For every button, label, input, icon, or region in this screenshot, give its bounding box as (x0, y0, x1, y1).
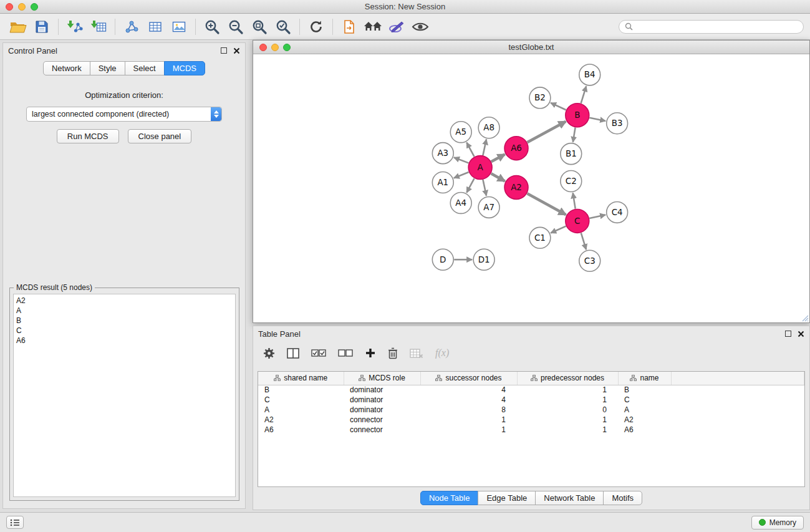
table-row[interactable]: Bdominator41B (258, 385, 804, 395)
zoom-window-icon[interactable] (31, 3, 38, 11)
network-node-B2[interactable]: B2 (529, 87, 551, 109)
tab-network-table[interactable]: Network Table (535, 491, 604, 505)
table-cell[interactable]: C (618, 395, 671, 405)
table-cell[interactable]: 1 (517, 395, 618, 405)
tab-network[interactable]: Network (43, 61, 90, 75)
open-session-button[interactable] (6, 16, 30, 37)
network-canvas-area[interactable]: B4B2BB3A5A8A6A3AB1A1A2C2A4A7C4C1CC3DD1 (253, 55, 809, 322)
table-cell[interactable]: A2 (258, 415, 344, 425)
network-node-A1[interactable]: A1 (432, 172, 453, 193)
home-button[interactable] (361, 16, 385, 37)
close-table-panel-icon[interactable] (798, 331, 804, 337)
import-table-button[interactable] (87, 16, 110, 37)
table-row[interactable]: Adominator80A (258, 405, 804, 415)
select-all-columns-button[interactable] (311, 349, 326, 357)
memory-button[interactable]: Memory (751, 516, 804, 530)
table-cell[interactable]: 8 (420, 405, 517, 415)
table-row[interactable]: Cdominator41C (258, 395, 804, 405)
table-cell[interactable]: 1 (420, 425, 517, 435)
network-node-A[interactable]: A (468, 156, 492, 180)
table-cell[interactable]: 0 (517, 405, 618, 415)
network-node-B3[interactable]: B3 (607, 113, 628, 134)
network-edge-A-A4[interactable] (466, 178, 474, 193)
network-node-A5[interactable]: A5 (450, 122, 471, 143)
annotation-button[interactable] (385, 16, 408, 37)
tab-edge-table[interactable]: Edge Table (478, 491, 536, 505)
table-cell[interactable]: A6 (618, 425, 671, 435)
network-node-A2[interactable]: A2 (504, 176, 528, 200)
network-node-D1[interactable]: D1 (473, 249, 494, 270)
network-window-titlebar[interactable]: testGlobe.txt (253, 41, 809, 54)
zoom-fit-button[interactable] (248, 16, 271, 37)
network-edge-A-A3[interactable] (454, 157, 469, 163)
network-node-C3[interactable]: C3 (579, 250, 600, 271)
network-edge-C-C2[interactable] (573, 193, 576, 208)
mcds-result-item[interactable]: A6 (16, 336, 233, 346)
network-edge-B-B3[interactable] (589, 118, 605, 121)
table-cell[interactable]: B (618, 385, 671, 395)
run-mcds-button[interactable]: Run MCDS (57, 129, 119, 143)
add-row-button[interactable] (365, 347, 376, 359)
tab-motifs[interactable]: Motifs (603, 491, 642, 505)
tab-mcds[interactable]: MCDS (164, 61, 205, 75)
network-edge-A-A5[interactable] (466, 142, 474, 157)
table-cell[interactable]: A (618, 405, 671, 415)
network-edge-A-A2[interactable] (491, 173, 505, 181)
table-cell[interactable]: 1 (517, 385, 618, 395)
network-edge-C-C3[interactable] (581, 233, 586, 249)
column-header-successor-nodes[interactable]: successor nodes (420, 372, 517, 385)
network-edge-A-A6[interactable] (491, 155, 505, 162)
mcds-result-item[interactable]: C (16, 326, 233, 336)
tab-node-table[interactable]: Node Table (420, 491, 479, 505)
network-edge-A2-C[interactable] (527, 193, 566, 215)
mcds-result-item[interactable]: A2 (16, 296, 233, 306)
delete-row-button[interactable] (388, 347, 398, 359)
column-header-predecessor-nodes[interactable]: predecessor nodes (517, 372, 618, 385)
show-details-button[interactable] (408, 16, 432, 37)
network-node-C[interactable]: C (566, 209, 589, 233)
table-cell[interactable]: dominator (344, 395, 420, 405)
network-from-selection-button[interactable] (120, 16, 143, 37)
copy-document-button[interactable] (337, 16, 361, 37)
table-cell[interactable]: A6 (258, 425, 344, 435)
zoom-selected-button[interactable] (271, 16, 295, 37)
table-cell[interactable]: 1 (517, 425, 618, 435)
network-node-B[interactable]: B (566, 104, 589, 127)
table-cell[interactable]: C (258, 395, 344, 405)
table-cell[interactable]: A2 (618, 415, 671, 425)
export-image-button[interactable] (167, 16, 191, 37)
import-network-button[interactable] (63, 16, 87, 37)
node-table-container[interactable]: shared nameMCDS rolesuccessor nodesprede… (258, 371, 805, 487)
network-canvas[interactable]: B4B2BB3A5A8A6A3AB1A1A2C2A4A7C4C1CC3DD1 (253, 55, 809, 322)
network-node-C2[interactable]: C2 (561, 171, 582, 192)
float-panel-icon[interactable] (221, 47, 227, 54)
network-edge-B-B4[interactable] (581, 86, 586, 104)
table-cell[interactable]: connector (344, 425, 420, 435)
search-input[interactable] (636, 22, 798, 31)
zoom-view-icon[interactable] (283, 44, 291, 51)
mcds-result-item[interactable]: B (16, 316, 233, 326)
network-edge-B-B1[interactable] (573, 127, 576, 142)
tab-select[interactable]: Select (125, 61, 165, 75)
network-edge-A-A7[interactable] (483, 180, 486, 196)
network-node-B4[interactable]: B4 (579, 64, 600, 85)
column-header-name[interactable]: name (618, 372, 671, 385)
table-settings-button[interactable] (263, 347, 275, 359)
mcds-result-item[interactable]: A (16, 306, 233, 316)
resize-grip-icon[interactable] (801, 314, 809, 322)
function-builder-button[interactable]: f(x) (435, 347, 449, 359)
table-cell[interactable]: dominator (344, 405, 420, 415)
network-node-A3[interactable]: A3 (432, 143, 453, 164)
zoom-out-button[interactable] (224, 16, 248, 37)
table-cell[interactable]: A (258, 405, 344, 415)
float-table-panel-icon[interactable] (785, 331, 791, 337)
zoom-in-button[interactable] (200, 16, 224, 37)
column-layout-button[interactable] (287, 348, 299, 359)
network-node-A6[interactable]: A6 (504, 137, 528, 160)
minimize-view-icon[interactable] (271, 44, 279, 51)
column-header-shared-name[interactable]: shared name (258, 372, 344, 385)
table-cell[interactable]: dominator (344, 385, 420, 395)
network-edge-C-C4[interactable] (589, 215, 605, 219)
task-history-button[interactable] (6, 516, 24, 529)
table-cell[interactable]: connector (344, 415, 420, 425)
